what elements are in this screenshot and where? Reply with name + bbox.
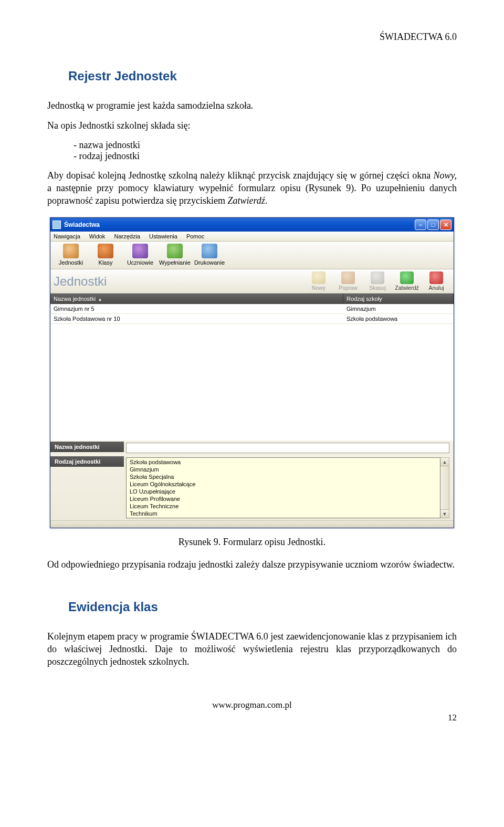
- italic-nowy: Nowy,: [433, 170, 457, 181]
- menu-bar: Nawigacja Widok Narzędzia Ustawienia Pom…: [50, 232, 454, 242]
- nav-label: Wypełnianie: [158, 259, 192, 266]
- para-kolejnym-etapem: Kolejnym etapem pracy w programie ŚWIADE…: [47, 630, 457, 668]
- nazwa-input[interactable]: [126, 443, 449, 453]
- nav-wypelnianie[interactable]: Wypełnianie: [158, 244, 192, 266]
- heading-rejestr-jednostek: Rejestr Jednostek: [68, 69, 457, 83]
- action-skasuj[interactable]: Skasuj: [363, 270, 392, 292]
- para-opis-lead: Na opis Jednostki szkolnej składa się:: [47, 119, 457, 132]
- sort-asc-icon: ▲: [98, 297, 102, 302]
- cancel-circle-icon: [429, 271, 443, 284]
- window-maximize-button[interactable]: □: [427, 219, 439, 230]
- printer-icon: [202, 244, 217, 258]
- list-option[interactable]: LO Uzupełniające: [127, 488, 440, 495]
- menu-item-pomoc[interactable]: Pomoc: [186, 233, 204, 239]
- form-area: Nazwa jednostki Rodzaj jednostki Szkoła …: [50, 441, 454, 520]
- section-title: Jednostki: [54, 274, 304, 289]
- nav-label: Klasy: [88, 259, 123, 266]
- menu-item-nawigacja[interactable]: Nawigacja: [54, 233, 80, 239]
- scroll-down-icon[interactable]: ▼: [440, 509, 449, 518]
- form-fill-icon: [167, 244, 183, 258]
- trash-icon: [371, 271, 384, 284]
- nav-drukowanie[interactable]: Drukowanie: [192, 244, 227, 266]
- people-group-icon: [132, 244, 148, 258]
- action-label: Zatwierdź: [393, 285, 421, 291]
- page-number: 12: [47, 713, 457, 723]
- people-icon: [98, 244, 113, 258]
- nav-uczniowie[interactable]: Uczniowie: [123, 244, 158, 266]
- list-option[interactable]: Liceum Profilowane: [127, 495, 440, 503]
- nav-klasy[interactable]: Klasy: [88, 244, 123, 266]
- nav-toolbar: Jednostki Klasy Uczniowie Wypełnianie Dr…: [50, 242, 454, 269]
- italic-zatwierdz: Zatwierdź: [227, 195, 265, 206]
- footer-url: www.progman.com.pl: [47, 700, 457, 710]
- list-option[interactable]: Liceum Techniczne: [127, 503, 440, 510]
- grid-body: Gimnazjum nr 5 Gimnazjum Szkoła Podstawo…: [50, 304, 454, 441]
- scroll-up-icon[interactable]: ▲: [440, 458, 449, 466]
- col-label: Nazwa jednostki: [54, 296, 96, 302]
- nav-label: Uczniowie: [123, 259, 158, 266]
- para-intro: Jednostką w programie jest każda samodzi…: [47, 99, 457, 112]
- menu-item-narzedzia[interactable]: Narzędzia: [114, 233, 140, 239]
- listbox-scrollbar[interactable]: ▲ ▼: [440, 457, 449, 518]
- cell-nazwa: Szkoła Podstawowa nr 10: [50, 314, 343, 323]
- opis-bullet-list: nazwa jednostki rodzaj jednostki: [47, 140, 457, 162]
- table-row[interactable]: Szkoła Podstawowa nr 10 Szkoła podstawow…: [50, 314, 454, 324]
- app-icon: [52, 221, 61, 229]
- window-close-button[interactable]: ✕: [440, 219, 452, 230]
- app-window: Świadectwa – □ ✕ Nawigacja Widok Narzędz…: [50, 217, 454, 528]
- grid-header: Nazwa jednostki▲ Rodzaj szkoły: [50, 294, 454, 304]
- action-label: Popraw: [334, 285, 362, 291]
- nav-jednostki[interactable]: Jednostki: [54, 244, 88, 266]
- para-fragment: .: [265, 195, 268, 206]
- page-header-right: ŚWIADECTWA 6.0: [47, 32, 457, 43]
- list-option[interactable]: Gimnazjum: [127, 466, 440, 473]
- list-option[interactable]: Liceum Ogólnokształcące: [127, 480, 440, 488]
- check-circle-icon: [400, 271, 414, 284]
- cell-rodzaj: Gimnazjum: [343, 304, 454, 313]
- cell-rodzaj: Szkoła podstawowa: [343, 314, 454, 323]
- section-header: Jednostki Nowy Popraw Skasuj: [50, 269, 454, 294]
- scroll-track[interactable]: [440, 466, 449, 509]
- bullet-item: rodzaj jednostki: [74, 151, 457, 162]
- grid-col-rodzaj[interactable]: Rodzaj szkoły: [343, 294, 454, 304]
- form-label-nazwa: Nazwa jednostki: [50, 442, 124, 452]
- action-nowy[interactable]: Nowy: [304, 270, 333, 292]
- window-title: Świadectwa: [64, 221, 415, 228]
- action-label: Anuluj: [422, 285, 450, 291]
- bullet-item: nazwa jednostki: [74, 140, 457, 151]
- para-fragment: Aby dopisać kolejną Jednostkę szkolną na…: [47, 170, 433, 181]
- edit-icon: [341, 271, 355, 284]
- para-aby-dopisac: Aby dopisać kolejną Jednostkę szkolną na…: [47, 169, 457, 207]
- action-anuluj[interactable]: Anuluj: [422, 270, 450, 292]
- list-option[interactable]: Technikum: [127, 510, 440, 517]
- para-od-odpowiedniego: Od odpowiedniego przypisania rodzaju jed…: [47, 558, 457, 571]
- menu-item-widok[interactable]: Widok: [89, 233, 106, 239]
- window-status-bar: [50, 520, 454, 528]
- action-label: Nowy: [304, 285, 333, 291]
- list-option[interactable]: Szkoła podstawowa: [127, 458, 440, 466]
- document-new-icon: [312, 271, 326, 284]
- window-minimize-button[interactable]: –: [415, 219, 426, 230]
- table-row[interactable]: Gimnazjum nr 5 Gimnazjum: [50, 304, 454, 314]
- building-icon: [63, 244, 79, 258]
- grid-col-nazwa[interactable]: Nazwa jednostki▲: [50, 294, 343, 304]
- action-popraw[interactable]: Popraw: [334, 270, 362, 292]
- rodzaj-listbox[interactable]: Szkoła podstawowa Gimnazjum Szkoła Specj…: [126, 457, 440, 518]
- nav-label: Drukowanie: [192, 259, 227, 266]
- figure-caption: Rysunek 9. Formularz opisu Jednostki.: [47, 537, 457, 548]
- cell-nazwa: Gimnazjum nr 5: [50, 304, 343, 313]
- action-zatwierdz[interactable]: Zatwierdź: [393, 270, 421, 292]
- menu-item-ustawienia[interactable]: Ustawienia: [149, 233, 177, 239]
- nav-label: Jednostki: [54, 259, 88, 266]
- list-option[interactable]: Szkoła Specjalna: [127, 473, 440, 480]
- window-titlebar: Świadectwa – □ ✕: [50, 218, 454, 232]
- heading-ewidencja-klas: Ewidencja klas: [68, 600, 457, 614]
- action-label: Skasuj: [363, 285, 392, 291]
- form-label-rodzaj: Rodzaj jednostki: [50, 456, 124, 467]
